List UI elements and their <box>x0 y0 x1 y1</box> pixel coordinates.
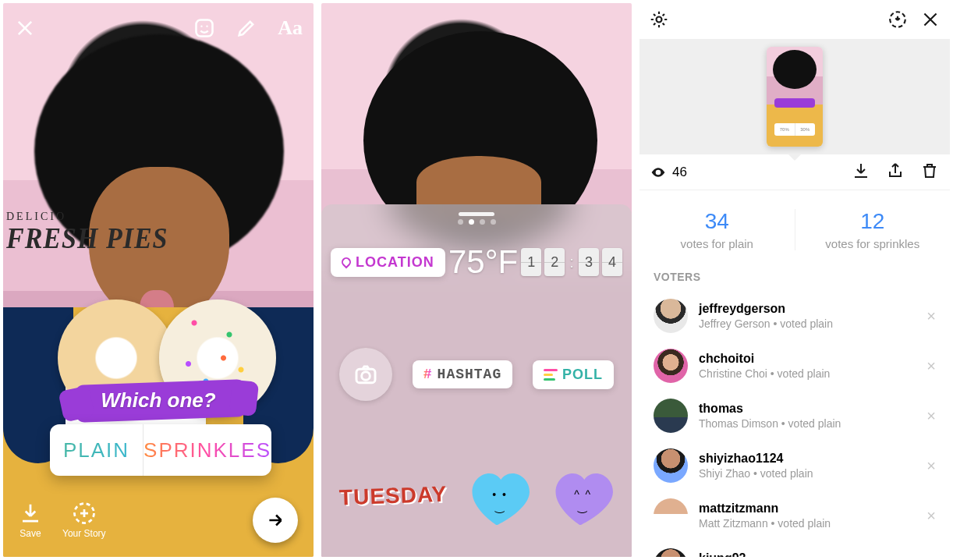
add-story-icon <box>73 502 96 525</box>
poll-sticker[interactable]: PLAIN SPRINKLES <box>50 424 271 476</box>
background-sign: DELICIO FRESH PIES <box>6 210 168 253</box>
tray-handle[interactable] <box>459 212 494 216</box>
avatar[interactable] <box>654 299 688 333</box>
camera-sticker[interactable] <box>339 348 392 401</box>
svg-point-1 <box>201 26 203 27</box>
list-item[interactable]: chchoitoiChristine Choi • voted plain × <box>639 341 950 391</box>
temperature-sticker[interactable]: 75°F <box>448 243 518 281</box>
location-sticker[interactable]: LOCATION <box>331 248 445 277</box>
pin-icon <box>340 256 353 269</box>
votes-b-count: 12 <box>795 209 951 234</box>
heart-sticker-blue[interactable]: • • ‿ <box>468 468 530 524</box>
list-item[interactable]: mattzitzmannMatt Zitzmann • voted plain … <box>639 491 950 541</box>
trash-icon[interactable] <box>920 161 939 183</box>
story-thumbnail-area: 70%30% <box>639 39 950 154</box>
story-composer-screen: DELICIO FRESH PIES Aa Which one? PLAIN S… <box>3 3 314 557</box>
send-button[interactable] <box>253 498 298 543</box>
view-count: 46 <box>650 165 687 180</box>
avatar[interactable] <box>654 448 688 483</box>
close-icon[interactable] <box>14 17 36 39</box>
votes-b-label: votes for sprinkles <box>795 237 951 250</box>
your-story-button[interactable]: Your Story <box>62 502 106 539</box>
poll-sticker-option[interactable]: POLL <box>533 360 614 389</box>
save-button[interactable]: Save <box>19 502 42 539</box>
settings-icon[interactable] <box>649 9 669 33</box>
download-icon <box>19 502 42 525</box>
votes-a-label: votes for plain <box>639 237 795 250</box>
sticker-icon[interactable] <box>193 17 215 39</box>
remove-voter-icon[interactable]: × <box>923 407 939 425</box>
day-sticker[interactable]: TUESDAY <box>339 482 448 511</box>
remove-voter-icon[interactable]: × <box>923 357 939 375</box>
svg-point-6 <box>657 17 662 23</box>
bars-icon <box>544 369 558 381</box>
poll-question[interactable]: Which one? <box>3 388 314 413</box>
sticker-tray[interactable]: LOCATION 75°F 1 2 : 3 4 ##HASHTAGHASHTAG… <box>321 204 632 557</box>
clock-sticker[interactable]: 1 2 : 3 4 <box>521 248 622 276</box>
hashtag-sticker[interactable]: ##HASHTAGHASHTAG <box>413 360 512 388</box>
votes-a-count: 34 <box>639 209 795 234</box>
heart-sticker-purple[interactable]: ^ ^‿ <box>551 468 614 524</box>
svg-point-5 <box>362 372 370 381</box>
story-thumbnail[interactable]: 70%30% <box>767 47 823 147</box>
list-item[interactable]: jeffreydgersonJeffrey Gerson • voted pla… <box>639 291 950 341</box>
list-item[interactable]: kjung92Kevin Jung • voted plain × <box>639 541 950 557</box>
remove-voter-icon[interactable]: × <box>923 457 939 475</box>
share-icon[interactable] <box>886 161 905 183</box>
page-indicator <box>321 219 632 225</box>
avatar[interactable] <box>654 548 688 557</box>
voter-list[interactable]: jeffreydgersonJeffrey Gerson • voted pla… <box>639 291 950 557</box>
remove-voter-icon[interactable]: × <box>923 557 939 558</box>
story-progress-icon[interactable] <box>887 9 908 33</box>
poll-results-screen: 70%30% 46 34 votes for plain 12 votes fo… <box>639 3 950 557</box>
sticker-tray-screen: LOCATION 75°F 1 2 : 3 4 ##HASHTAGHASHTAG… <box>321 3 632 557</box>
poll-option-b[interactable]: SPRINKLES <box>143 424 271 476</box>
vote-summary: 34 votes for plain 12 votes for sprinkle… <box>639 190 950 266</box>
list-item[interactable]: thomasThomas Dimson • voted plain × <box>639 391 950 441</box>
voters-heading: VOTERS <box>639 266 950 291</box>
poll-option-a[interactable]: PLAIN <box>50 424 143 476</box>
eye-icon <box>650 165 666 180</box>
text-tool-icon[interactable]: Aa <box>278 16 303 40</box>
close-icon[interactable] <box>920 9 941 33</box>
avatar[interactable] <box>654 399 688 433</box>
list-item[interactable]: shiyizhao1124Shiyi Zhao • voted plain × <box>639 441 950 491</box>
avatar[interactable] <box>654 349 688 383</box>
svg-rect-0 <box>197 20 213 37</box>
draw-icon[interactable] <box>236 17 257 39</box>
download-icon[interactable] <box>852 161 870 183</box>
remove-voter-icon[interactable]: × <box>923 507 939 525</box>
remove-voter-icon[interactable]: × <box>923 307 939 325</box>
avatar[interactable] <box>654 498 688 533</box>
svg-point-2 <box>207 26 208 27</box>
